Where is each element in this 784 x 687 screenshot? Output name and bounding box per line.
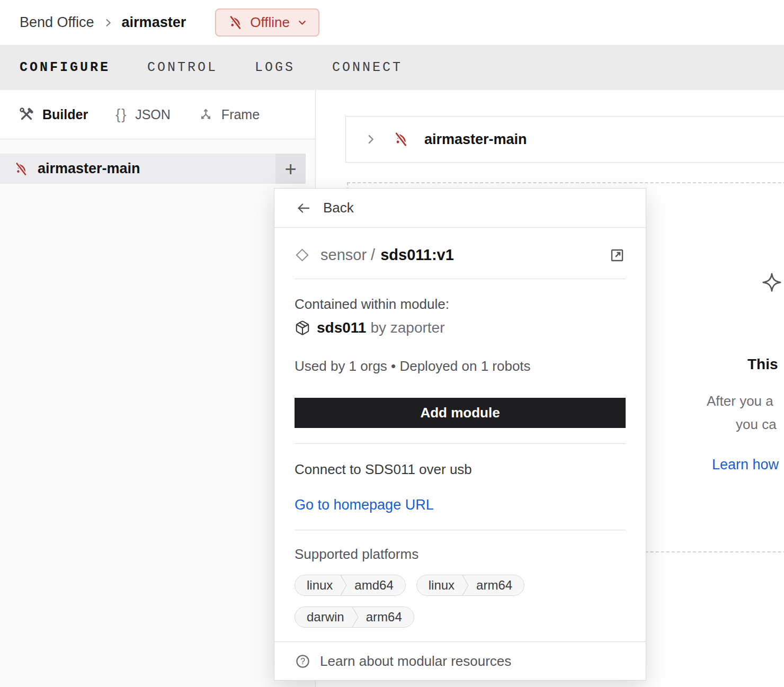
sidebar-item-machine[interactable]: airmaster-main + [0, 154, 306, 184]
platform-arch: amd64 [347, 575, 405, 595]
machine-part-card[interactable]: airmaster-main [345, 116, 784, 163]
chip-divider-icon [462, 575, 469, 596]
module-model-name: sds011:v1 [380, 246, 454, 264]
svg-text:?: ? [300, 656, 305, 665]
tab-frame-label: Frame [221, 107, 260, 122]
learn-modular-resources-link[interactable]: ? Learn about modular resources [274, 641, 646, 680]
tab-builder-label: Builder [42, 107, 88, 122]
module-name: sds011 [317, 319, 366, 336]
divider [295, 530, 626, 530]
axes-icon [198, 107, 213, 122]
empty-state-heading: This [747, 356, 778, 373]
platform-os: linux [417, 575, 462, 595]
package-icon [295, 320, 310, 336]
tab-json[interactable]: {} JSON [115, 106, 171, 123]
tab-logs[interactable]: LOGS [255, 60, 295, 75]
chevron-down-icon [297, 17, 308, 28]
tools-icon [19, 106, 34, 122]
platform-os: darwin [295, 607, 352, 627]
wifi-off-icon [227, 14, 243, 31]
contained-label: Contained within module: [295, 296, 626, 313]
nav-tabbar: CONFIGURE CONTROL LOGS CONNECT [0, 45, 784, 90]
back-button[interactable]: Back [274, 189, 646, 228]
add-module-button[interactable]: Add module [295, 398, 626, 428]
module-line: sds011 by zaporter [295, 319, 626, 336]
platform-chip: linux arm64 [416, 575, 524, 596]
supported-platforms-label: Supported platforms [295, 546, 626, 563]
tab-json-label: JSON [135, 107, 171, 122]
add-component-button[interactable]: + [275, 154, 306, 184]
breadcrumb-location[interactable]: Bend Office [20, 14, 94, 31]
module-title-row: sensor / sds011:v1 [295, 246, 626, 264]
divider [295, 279, 626, 279]
breadcrumb-machine: airmaster [122, 14, 186, 31]
platform-chip: linux amd64 [295, 575, 406, 596]
chip-divider-icon [340, 575, 347, 596]
status-badge-label: Offline [250, 14, 290, 31]
tab-frame[interactable]: Frame [198, 107, 260, 122]
platform-chip: darwin arm64 [295, 606, 414, 628]
status-badge[interactable]: Offline [215, 8, 319, 37]
wifi-off-icon [13, 161, 29, 177]
platform-arch: arm64 [359, 607, 414, 627]
module-detail-popover: Back sensor / sds011:v1 Contained within… [274, 188, 646, 681]
diamond-icon [295, 247, 310, 263]
module-usage-stats: Used by 1 orgs • Deployed on 1 robots [295, 358, 626, 374]
external-link-icon[interactable] [609, 247, 626, 264]
divider [295, 443, 626, 444]
empty-state-text-line2: you ca [736, 416, 777, 433]
module-author: by zaporter [370, 319, 444, 336]
learn-how-link[interactable]: Learn how [712, 457, 779, 473]
breadcrumb-separator-icon [103, 17, 113, 28]
empty-state-text-line1: After you a [707, 393, 773, 409]
machine-part-title: airmaster-main [424, 131, 527, 148]
braces-icon: {} [115, 106, 127, 123]
question-circle-icon: ? [295, 653, 311, 670]
homepage-url-link[interactable]: Go to homepage URL [295, 497, 434, 513]
sparkle-icon [760, 271, 784, 296]
module-subtype: sensor / [320, 246, 375, 264]
tab-configure[interactable]: CONFIGURE [20, 60, 110, 75]
sidebar-machine-label: airmaster-main [38, 160, 140, 177]
back-label: Back [323, 200, 354, 216]
platform-chips: linux amd64 linux arm64 darwin arm64 [295, 575, 581, 628]
tab-control[interactable]: CONTROL [147, 60, 218, 75]
platform-arch: arm64 [469, 575, 524, 595]
wifi-off-icon [392, 131, 409, 148]
tab-builder[interactable]: Builder [19, 106, 88, 122]
module-description: Connect to SDS011 over usb [295, 461, 626, 478]
config-sidebar: Builder {} JSON Frame [0, 90, 316, 687]
tab-connect[interactable]: CONNECT [332, 60, 403, 75]
top-header: Bend Office airmaster Offline [0, 0, 784, 45]
module-detail-body: sensor / sds011:v1 Contained within modu… [274, 246, 646, 628]
platform-os: linux [295, 575, 340, 595]
chip-divider-icon [352, 606, 359, 628]
builder-mode-tabs: Builder {} JSON Frame [0, 90, 315, 139]
footer-link-label: Learn about modular resources [320, 653, 511, 670]
arrow-left-icon [296, 200, 311, 216]
chevron-right-icon[interactable] [365, 133, 377, 145]
